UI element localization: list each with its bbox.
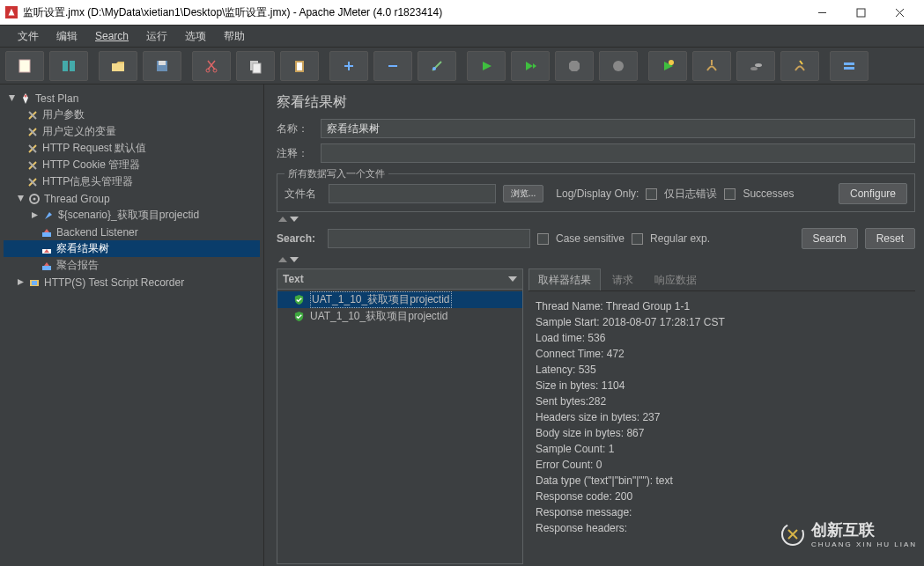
regex-checkbox[interactable] [632, 233, 643, 245]
svg-rect-23 [711, 60, 713, 65]
result-row[interactable]: UAT_1_10_获取项目projectid [277, 308, 522, 325]
search-input[interactable] [328, 229, 530, 248]
errors-only-label: 仅日志错误 [664, 187, 717, 202]
comment-label: 注释： [277, 146, 321, 161]
tab-sampler-result[interactable]: 取样器结果 [529, 268, 601, 290]
tab-response-data[interactable]: 响应数据 [645, 268, 706, 290]
result-tabs: 取样器结果 请求 响应数据 [529, 268, 915, 291]
renderer-combo[interactable]: Text [277, 268, 523, 290]
svg-rect-43 [42, 266, 51, 270]
down-arrow-icon[interactable] [290, 256, 299, 263]
success-icon [293, 294, 305, 305]
results-list[interactable]: UAT_1_10_获取项目projectid UAT_1_10_获取项目proj… [277, 290, 523, 564]
svg-rect-41 [42, 232, 51, 237]
tree-test-plan[interactable]: Test Plan [4, 90, 260, 107]
svg-rect-2 [857, 9, 865, 17]
svg-rect-13 [253, 63, 261, 73]
svg-point-21 [613, 61, 624, 71]
svg-point-20 [432, 67, 436, 70]
success-icon [293, 311, 305, 322]
write-results-fieldset: 所有数据写入一个文件 文件名 浏览... Log/Display Only: 仅… [277, 173, 915, 212]
tree-user-params[interactable]: 用户参数 [4, 107, 260, 123]
close-button[interactable] [880, 0, 919, 25]
comment-input[interactable] [321, 143, 915, 163]
maximize-button[interactable] [841, 0, 880, 25]
tb-toggle[interactable] [418, 51, 456, 81]
tb-clear-all[interactable] [736, 51, 775, 81]
search-button[interactable]: Search [802, 228, 858, 249]
menu-options[interactable]: 选项 [176, 26, 215, 47]
errors-only-checkbox[interactable] [646, 188, 657, 200]
case-sensitive-label: Case sensitive [556, 232, 625, 245]
tree-aggregate-report[interactable]: 聚合报告 [4, 257, 260, 274]
reset-button[interactable]: Reset [865, 228, 915, 249]
result-row[interactable]: UAT_1_10_获取项目projectid [277, 291, 522, 308]
toolbar [0, 48, 924, 85]
svg-point-22 [669, 60, 674, 65]
menu-search[interactable]: Search [86, 26, 137, 47]
svg-point-24 [750, 67, 758, 70]
tree-user-def[interactable]: 用户定义的变量 [4, 123, 260, 140]
tb-shutdown[interactable] [599, 51, 638, 81]
file-label: 文件名 [285, 187, 322, 202]
tb-start[interactable] [467, 51, 506, 81]
tb-collapse[interactable] [373, 51, 412, 81]
svg-rect-45 [32, 281, 37, 285]
down-arrow-icon[interactable] [290, 216, 299, 223]
svg-rect-6 [63, 61, 68, 71]
menu-file[interactable]: 文件 [9, 26, 48, 47]
menu-bar: 文件 编辑 Search 运行 选项 帮助 [0, 25, 924, 48]
file-input[interactable] [329, 184, 496, 203]
tab-request[interactable]: 请求 [602, 268, 643, 290]
tb-paste[interactable] [280, 51, 319, 81]
tb-stop[interactable] [555, 51, 594, 81]
menu-run[interactable]: 运行 [137, 26, 176, 47]
tree-backend-listener[interactable]: Backend Listener [4, 224, 260, 240]
tb-cut[interactable] [192, 51, 231, 81]
tb-search-tree[interactable] [780, 51, 819, 81]
tb-templates[interactable] [49, 51, 88, 81]
tb-start-no-timers[interactable] [511, 51, 550, 81]
up-arrow-icon[interactable] [278, 256, 287, 263]
tb-new[interactable] [5, 51, 44, 81]
svg-point-40 [33, 197, 36, 200]
up-arrow-icon[interactable] [278, 216, 287, 223]
tree-recorder[interactable]: HTTP(S) Test Script Recorder [4, 274, 260, 290]
tree-thread-group[interactable]: Thread Group [4, 190, 260, 207]
svg-rect-27 [844, 67, 854, 70]
name-input[interactable] [321, 119, 915, 138]
expand-collapse-bar [277, 212, 915, 224]
test-plan-tree[interactable]: Test Plan 用户参数 用户定义的变量 HTTP Request 默认值 … [0, 85, 264, 566]
tb-open[interactable] [99, 51, 137, 81]
browse-button[interactable]: 浏览... [503, 185, 543, 202]
jmeter-icon [5, 6, 18, 18]
menu-edit[interactable]: 编辑 [48, 26, 86, 47]
svg-point-25 [755, 63, 762, 67]
successes-label: Successes [743, 187, 794, 200]
tree-scenario[interactable]: ${scenario}_获取项目projectid [4, 207, 260, 224]
case-sensitive-checkbox[interactable] [537, 233, 549, 245]
tb-remote-start[interactable] [648, 51, 687, 81]
tb-function-helper[interactable] [830, 51, 869, 81]
tree-label: Test Plan [35, 92, 78, 105]
configure-button[interactable]: Configure [839, 183, 907, 204]
menu-help[interactable]: 帮助 [215, 26, 254, 47]
tb-expand[interactable] [329, 51, 368, 81]
log-display-label: Log/Display Only: [556, 187, 639, 200]
successes-checkbox[interactable] [724, 188, 736, 200]
write-legend: 所有数据写入一个文件 [285, 167, 388, 180]
minimize-button[interactable] [802, 0, 841, 25]
tb-clear[interactable] [692, 51, 731, 81]
search-label: Search: [277, 232, 321, 245]
tree-view-results-tree[interactable]: 察看结果树 [4, 240, 260, 257]
svg-rect-5 [19, 60, 30, 72]
tb-copy[interactable] [236, 51, 275, 81]
right-panel: 察看结果树 名称： 注释： 所有数据写入一个文件 文件名 浏览... Log/D… [264, 85, 924, 566]
watermark-icon [780, 521, 806, 548]
tree-http-header[interactable]: HTTP信息头管理器 [4, 173, 260, 190]
tb-save[interactable] [143, 51, 181, 81]
chevron-down-icon [508, 276, 517, 283]
tree-http-cookie[interactable]: HTTP Cookie 管理器 [4, 157, 260, 173]
tree-http-request[interactable]: HTTP Request 默认值 [4, 140, 260, 157]
watermark: 创新互联 CHUANG XIN HU LIAN [780, 519, 917, 548]
